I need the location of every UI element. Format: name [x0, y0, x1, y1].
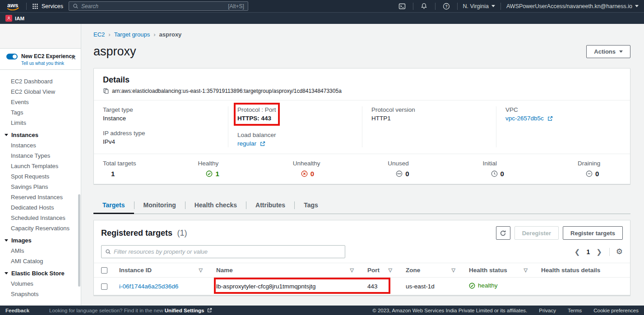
check-circle-icon — [206, 170, 213, 177]
sidebar-scrollbar[interactable] — [78, 194, 80, 287]
ip-address-type-label: IP address type — [103, 130, 219, 137]
clock-circle-icon — [491, 170, 498, 177]
sidebar-top-spacer — [0, 24, 81, 48]
privacy-link[interactable]: Privacy — [539, 308, 556, 313]
terms-link[interactable]: Terms — [568, 308, 582, 313]
sidebar-item-events[interactable]: Events — [0, 97, 81, 107]
initial-value: 0 — [500, 170, 504, 178]
sidebar-item-snapshots[interactable]: Snapshots — [0, 289, 81, 299]
current-page[interactable]: 1 — [585, 248, 591, 256]
sidebar-item-ec2-dashboard[interactable]: EC2 Dashboard — [0, 76, 81, 87]
healthy-value: 1 — [215, 170, 219, 178]
sort-icon[interactable]: ▽ — [350, 267, 357, 273]
breadcrumb-target-groups[interactable]: Target groups — [114, 31, 150, 38]
breadcrumb-ec2[interactable]: EC2 — [93, 31, 105, 38]
pagination: ❮ 1 ❯ ⚙ — [574, 248, 623, 256]
sort-icon[interactable]: ▽ — [452, 267, 458, 273]
healthy-label: Healthy — [198, 160, 234, 167]
new-experience-toggle[interactable] — [6, 54, 18, 59]
sidebar-item-savings-plans[interactable]: Savings Plans — [0, 182, 81, 192]
sidebar-item-instance-types[interactable]: Instance Types — [0, 151, 81, 161]
sidebar-item-instances[interactable]: Instances — [0, 140, 81, 151]
sidebar-section-elastic-block-store[interactable]: Elastic Block Store — [0, 266, 81, 278]
search-input[interactable] — [81, 3, 228, 9]
tab-attributes[interactable]: Attributes — [246, 197, 294, 214]
instance-id-link[interactable]: i-06f1744a6a25d36d6 — [119, 283, 178, 290]
close-icon[interactable]: ✕ — [71, 55, 76, 60]
cloudshell-icon[interactable] — [397, 2, 408, 11]
sidebar-item-limits[interactable]: Limits — [0, 118, 81, 128]
sidebar-section-instances[interactable]: Instances — [0, 128, 81, 140]
sidebar-item-spot-requests[interactable]: Spot Requests — [0, 171, 81, 182]
divider — [457, 3, 458, 10]
global-search[interactable]: [Alt+S] — [69, 1, 248, 11]
unified-settings-link[interactable]: Unified Settings — [165, 308, 204, 313]
draining-value: 0 — [595, 170, 599, 178]
unhealthy-value: 0 — [310, 170, 314, 178]
targets-table: Instance ID▽ Name▽ Port▽ Zone▽ Health st… — [94, 263, 630, 295]
select-all-checkbox[interactable] — [101, 267, 107, 274]
draining-label: Draining — [578, 160, 614, 167]
favorite-iam-label: IAM — [15, 16, 24, 21]
tab-tags[interactable]: Tags — [295, 197, 327, 214]
tab-monitoring[interactable]: Monitoring — [134, 197, 185, 214]
refresh-button[interactable] — [496, 226, 510, 240]
copy-icon[interactable] — [103, 88, 109, 94]
cookie-preferences-link[interactable]: Cookie preferences — [593, 308, 639, 313]
sort-icon[interactable]: ▽ — [524, 267, 530, 273]
sidebar-item-launch-templates[interactable]: Launch Templates — [0, 161, 81, 171]
table-settings-gear-icon[interactable]: ⚙ — [616, 248, 623, 256]
initial-label: Initial — [483, 160, 519, 167]
tab-targets[interactable]: Targets — [93, 197, 134, 214]
next-page-icon[interactable]: ❯ — [595, 248, 603, 256]
services-label: Services — [42, 3, 63, 9]
console-footer: Feedback Looking for language selection?… — [0, 306, 644, 315]
col-instance-id: Instance ID — [119, 267, 152, 274]
sidebar-item-reserved-instances[interactable]: Reserved Instances — [0, 192, 81, 202]
services-grid-icon — [32, 3, 38, 9]
favorite-iam-link[interactable]: IAM — [5, 15, 24, 22]
actions-button[interactable]: Actions — [586, 45, 630, 58]
load-balancer-link[interactable]: regular — [237, 140, 265, 147]
sidebar-item-ami-catalog[interactable]: AMI Catalog — [0, 256, 81, 266]
sidebar-nav: EC2 Dashboard EC2 Global View Events Tag… — [0, 70, 81, 299]
register-targets-button[interactable]: Register targets — [563, 226, 623, 240]
notifications-bell-icon[interactable] — [419, 2, 430, 11]
registered-targets-title: Registered targets — [101, 228, 172, 237]
total-targets-value: 1 — [111, 170, 115, 178]
col-zone: Zone — [406, 267, 420, 274]
sidebar-section-images[interactable]: Images — [0, 233, 81, 246]
region-selector[interactable]: N. Virginia — [463, 3, 495, 9]
aws-logo[interactable]: aws — [5, 1, 21, 11]
chevron-down-icon — [5, 134, 8, 136]
target-type-label: Target type — [103, 106, 219, 114]
previous-page-icon[interactable]: ❮ — [574, 248, 581, 256]
new-experience-feedback-link[interactable]: Tell us what you think — [21, 61, 75, 66]
sidebar-item-scheduled-instances[interactable]: Scheduled Instances — [0, 213, 81, 223]
sort-icon[interactable]: ▽ — [199, 267, 205, 273]
sidebar-item-tags[interactable]: Tags — [0, 107, 81, 118]
feedback-link[interactable]: Feedback — [5, 308, 29, 313]
sidebar-item-capacity-reservations[interactable]: Capacity Reservations — [0, 223, 81, 233]
filter-input[interactable] — [114, 248, 341, 255]
services-menu-button[interactable]: Services — [32, 3, 63, 9]
tab-health-checks[interactable]: Health checks — [185, 197, 246, 214]
sidebar-item-amis[interactable]: AMIs — [0, 246, 81, 256]
protocol-port-label: Protocol : Port — [237, 106, 276, 114]
help-icon[interactable]: ? — [441, 2, 452, 11]
search-icon — [105, 249, 111, 255]
sidebar-item-ec2-global-view[interactable]: EC2 Global View — [0, 87, 81, 97]
account-menu[interactable]: AWSPowerUserAccess/navaneeth.kn@harness.… — [506, 3, 639, 9]
row-checkbox[interactable] — [101, 283, 107, 290]
sidebar-item-dedicated-hosts[interactable]: Dedicated Hosts — [0, 202, 81, 213]
deregister-button[interactable]: Deregister — [514, 226, 559, 240]
chevron-down-icon — [5, 272, 8, 274]
divider — [500, 3, 501, 10]
sort-icon[interactable]: ▽ — [389, 267, 395, 273]
unused-value: 0 — [405, 170, 409, 178]
iam-service-icon — [5, 15, 12, 22]
breadcrumb: EC2 › Target groups › asproxy — [93, 31, 630, 38]
vpc-link[interactable]: vpc-2657db5c — [505, 115, 553, 122]
top-navigation: aws Services [Alt+S] — [0, 0, 644, 12]
sidebar-item-volumes[interactable]: Volumes — [0, 278, 81, 289]
